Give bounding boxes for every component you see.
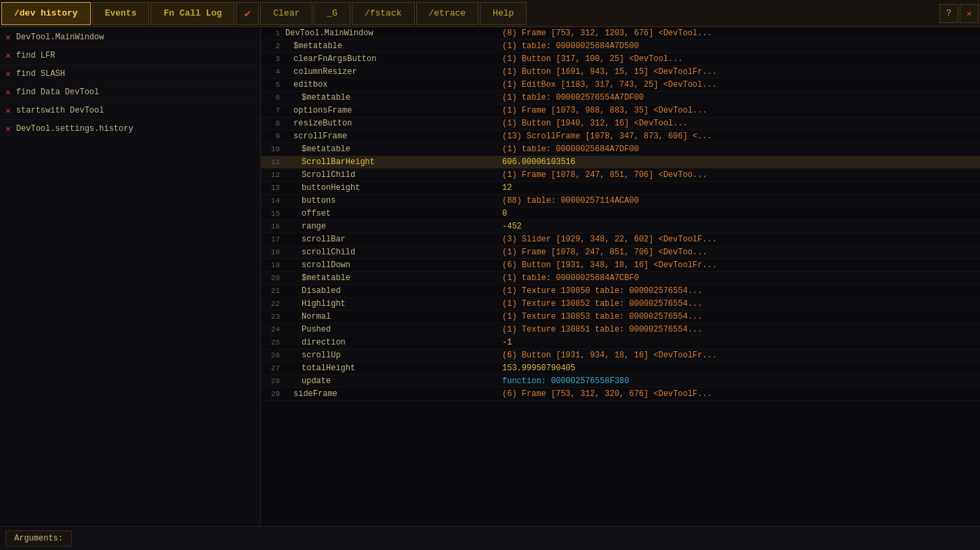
sidebar-item-devtool-settings-history[interactable]: ✕DevTool.settings.history <box>0 120 260 138</box>
table-row[interactable]: 22Highlight(1) Texture 130852 table: 000… <box>261 298 980 311</box>
table-row[interactable]: 5editbox(1) EditBox [1183, 317, 743, 25]… <box>261 79 980 92</box>
table-row[interactable]: 6$metatable(1) table: 000002576554A7DF00 <box>261 92 980 104</box>
row-val: (1) Texture 130852 table: 000002576554..… <box>499 298 980 311</box>
row-key: Highlight <box>283 298 499 311</box>
table-row[interactable]: 23Normal(1) Texture 130853 table: 000002… <box>261 311 980 323</box>
remove-icon-devtool-mainwindow[interactable]: ✕ <box>5 32 11 43</box>
row-num: 10 <box>261 143 283 156</box>
row-key: update <box>283 375 499 388</box>
tab-dev-history[interactable]: /dev history <box>1 2 91 25</box>
row-num: 21 <box>261 285 283 298</box>
table-row[interactable]: 4columnResizer(1) Button [1691, 943, 15,… <box>261 66 980 79</box>
row-val: (1) table: 00000025684A7DF00 <box>499 143 980 156</box>
table-row[interactable]: 27totalHeight153.99950790405 <box>261 362 980 375</box>
tab-fn-call-log-label: Fn Call Log <box>163 8 222 18</box>
row-key: ScrollBarHeight <box>283 156 499 169</box>
table-row[interactable]: 15offset0 <box>261 208 980 220</box>
row-val: (1) Texture 130850 table: 000002576554..… <box>499 285 980 298</box>
row-val: 606.00006103516 <box>499 156 980 169</box>
remove-icon-find-slash[interactable]: ✕ <box>5 68 11 79</box>
row-val: (1) EditBox [1183, 317, 743, 25] <DevToo… <box>499 79 980 92</box>
row-val: (13) ScrollFrame [1078, 347, 873, 606] <… <box>499 130 980 143</box>
row-val: -452 <box>499 220 980 233</box>
fstack-button[interactable]: /fstack <box>352 2 415 25</box>
row-key: scrollDown <box>283 259 499 272</box>
table-row[interactable]: 24Pushed(1) Texture 130851 table: 000002… <box>261 323 980 336</box>
table-row[interactable]: 11ScrollBarHeight606.00006103516 <box>261 156 980 169</box>
row-num: 9 <box>261 130 283 143</box>
row-num: 3 <box>261 53 283 66</box>
row-num: 19 <box>261 259 283 272</box>
row-val: (1) Button [317, 100, 25] <DevTool... <box>499 53 980 66</box>
row-key: ScrollChild <box>283 169 499 182</box>
clear-button[interactable]: Clear <box>260 2 312 25</box>
row-num: 20 <box>261 272 283 285</box>
row-num: 28 <box>261 375 283 388</box>
row-num: 1 <box>261 27 283 40</box>
table-row[interactable]: 18scrollChild(1) Frame [1078, 247, 851, … <box>261 246 980 259</box>
row-val: (1) table: 00000025684A7CBF0 <box>499 272 980 285</box>
row-key: offset <box>283 208 499 220</box>
table-row[interactable]: 17scrollBar(3) Slider [1929, 348, 22, 60… <box>261 233 980 246</box>
sidebar-label-find-slash: find SLASH <box>16 69 65 79</box>
remove-icon-devtool-settings-history[interactable]: ✕ <box>5 123 11 134</box>
table-row[interactable]: 16range-452 <box>261 220 980 233</box>
table-row[interactable]: 10$metatable(1) table: 00000025684A7DF00 <box>261 143 980 156</box>
table-row[interactable]: 14buttons(88) table: 00000257114ACA00 <box>261 195 980 208</box>
table-row[interactable]: 21Disabled(1) Texture 130850 table: 0000… <box>261 285 980 298</box>
row-num: 6 <box>261 92 283 104</box>
bookmark-button[interactable]: ✔ <box>236 2 259 25</box>
row-key: buttons <box>283 195 499 208</box>
row-val: (88) table: 00000257114ACA00 <box>499 195 980 208</box>
row-key: optionsFrame <box>283 104 499 117</box>
sidebar-item-find-slash[interactable]: ✕find SLASH <box>0 65 260 83</box>
tab-events[interactable]: Events <box>92 2 150 25</box>
sidebar-label-devtool-mainwindow: DevTool.MainWindow <box>16 33 104 42</box>
table-row[interactable]: 1DevTool.MainWindow(8) Frame [753, 312, … <box>261 27 980 40</box>
table-row[interactable]: 26scrollUp(6) Button [1931, 934, 18, 16]… <box>261 349 980 362</box>
table-row[interactable]: 2$metatable(1) table: 00000025684A7D500 <box>261 40 980 53</box>
row-num: 18 <box>261 246 283 259</box>
row-val: (1) table: 000002576554A7DF00 <box>499 92 980 104</box>
data-table: 1DevTool.MainWindow(8) Frame [753, 312, … <box>261 27 980 401</box>
table-row[interactable]: 12ScrollChild(1) Frame [1078, 247, 851, … <box>261 169 980 182</box>
table-row[interactable]: 3clearFnArgsButton(1) Button [317, 100, … <box>261 53 980 66</box>
remove-icon-find-data-devtool[interactable]: ✕ <box>5 87 11 98</box>
row-key: buttonHeight <box>283 182 499 195</box>
sidebar-item-startswith-devtool[interactable]: ✕startswith DevTool <box>0 102 260 120</box>
table-row[interactable]: 19scrollDown(6) Button [1931, 348, 18, 1… <box>261 259 980 272</box>
main-layout: ✕DevTool.MainWindow✕find LFR✕find SLASH✕… <box>0 27 980 526</box>
table-row[interactable]: 13buttonHeight12 <box>261 182 980 195</box>
row-num: 16 <box>261 220 283 233</box>
sidebar-label-find-lfr: find LFR <box>16 51 56 60</box>
row-key: direction <box>283 336 499 349</box>
row-key: sideFrame <box>283 388 499 401</box>
row-val: (1) Texture 130853 table: 000002576554..… <box>499 311 980 323</box>
sidebar-item-find-data-devtool[interactable]: ✕find Data DevTool <box>0 83 260 102</box>
row-val: (1) Button [1691, 943, 15, 15] <DevToolF… <box>499 66 980 79</box>
table-row[interactable]: 28updatefunction: 000002576558F380 <box>261 375 980 388</box>
close-button[interactable]: ✕ <box>960 4 979 23</box>
sidebar-item-devtool-mainwindow[interactable]: ✕DevTool.MainWindow <box>0 28 260 47</box>
row-val: (1) Texture 130851 table: 000002576554..… <box>499 323 980 336</box>
info-button[interactable]: ? <box>939 4 958 23</box>
table-row[interactable]: 9scrollFrame(13) ScrollFrame [1078, 347,… <box>261 130 980 143</box>
row-num: 27 <box>261 362 283 375</box>
sidebar-item-find-lfr[interactable]: ✕find LFR <box>0 47 260 65</box>
table-row[interactable]: 25direction-1 <box>261 336 980 349</box>
_g-button[interactable]: _G <box>314 2 350 25</box>
tab-fn-call-log[interactable]: Fn Call Log <box>150 2 234 25</box>
row-num: 7 <box>261 104 283 117</box>
table-row[interactable]: 8resizeButton(1) Button [1940, 312, 16] … <box>261 117 980 130</box>
row-num: 12 <box>261 169 283 182</box>
table-row[interactable]: 29sideFrame(6) Frame [753, 312, 320, 676… <box>261 388 980 401</box>
table-row[interactable]: 20$metatable(1) table: 00000025684A7CBF0 <box>261 272 980 285</box>
_g-label: _G <box>327 8 338 18</box>
table-row[interactable]: 7optionsFrame(1) Frame [1073, 988, 883, … <box>261 104 980 117</box>
etrace-button[interactable]: /etrace <box>416 2 479 25</box>
row-num: 22 <box>261 298 283 311</box>
content-area[interactable]: 1DevTool.MainWindow(8) Frame [753, 312, … <box>261 27 980 526</box>
remove-icon-startswith-devtool[interactable]: ✕ <box>5 105 11 116</box>
help-button[interactable]: Help <box>480 2 527 25</box>
remove-icon-find-lfr[interactable]: ✕ <box>5 50 11 61</box>
